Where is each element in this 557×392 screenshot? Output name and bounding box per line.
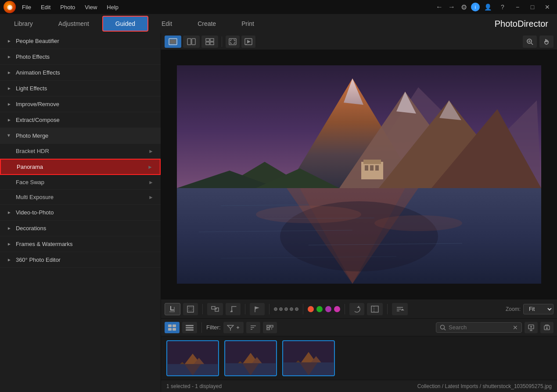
dot-3[interactable] [284, 307, 288, 311]
sidebar-item-decorations[interactable]: ► Decorations [0, 221, 161, 236]
sidebar-item-360-photo-editor[interactable]: ► 360° Photo Editor [0, 252, 161, 268]
svg-marker-63 [401, 309, 404, 310]
svg-line-13 [531, 43, 533, 45]
search-input[interactable] [449, 324, 510, 331]
sidebar-item-photo-effects[interactable]: ► Photo Effects [0, 49, 161, 65]
search-box: ✕ [436, 322, 522, 333]
tab-print[interactable]: Print [229, 17, 266, 31]
single-view-button[interactable] [165, 36, 181, 48]
svg-rect-78 [267, 325, 270, 327]
thumbnail-view-button[interactable] [165, 322, 180, 333]
settings-button[interactable]: ⚙ [459, 2, 469, 12]
menu-photo[interactable]: Photo [56, 2, 79, 12]
maximize-button[interactable]: □ [526, 1, 539, 13]
zoom-select[interactable]: Fit 25% 50% 75% 100% 150% 200% [523, 304, 553, 314]
sidebar-item-multi-exposure[interactable]: Multi Exposure ► [0, 190, 161, 205]
undo-button[interactable]: ← [434, 2, 445, 12]
svg-rect-4 [206, 39, 209, 41]
dot-4[interactable] [290, 307, 293, 311]
grid-view-button[interactable] [201, 36, 218, 48]
menu-file[interactable]: File [18, 2, 36, 12]
export-button[interactable] [540, 322, 553, 333]
crop-ratio-button[interactable] [367, 303, 383, 315]
compare-view-button[interactable] [183, 36, 200, 48]
svg-rect-8 [229, 39, 236, 45]
arrow-icon: ► [7, 70, 11, 75]
svg-rect-58 [371, 306, 378, 312]
tab-edit[interactable]: Edit [149, 17, 184, 31]
fullscreen-button[interactable] [226, 36, 240, 48]
close-button[interactable]: ✕ [541, 1, 553, 13]
group-dropdown[interactable] [263, 322, 277, 333]
sidebar-item-improve-remove[interactable]: ► Improve/Remove [0, 96, 161, 112]
arrow-icon: ► [7, 102, 11, 107]
sidebar-label: Face Swap [16, 179, 44, 185]
dot-2[interactable] [279, 307, 283, 311]
thumbnail-3[interactable] [282, 340, 335, 376]
tab-guided[interactable]: Guided [102, 16, 148, 32]
chevron-right-icon: ► [148, 179, 154, 185]
svg-rect-66 [168, 328, 172, 331]
sort-button[interactable] [392, 303, 408, 315]
flag-button[interactable] [250, 303, 265, 315]
app-title: PhotoDirector [495, 19, 555, 29]
sidebar-item-face-swap[interactable]: Face Swap ► [0, 175, 161, 190]
sort-dropdown[interactable] [246, 322, 260, 333]
tab-create[interactable]: Create [185, 17, 228, 31]
sidebar-item-panorama[interactable]: Panorama ► [0, 159, 161, 175]
hand-tool-button[interactable] [539, 36, 553, 48]
sidebar-item-video-to-photo[interactable]: ► Video-to-Photo [0, 205, 161, 221]
zoom-label: Zoom: [506, 306, 521, 312]
sidebar-item-photo-merge[interactable]: ► Photo Merge [0, 128, 161, 144]
sidebar-item-frames-watermarks[interactable]: ► Frames & Watermarks [0, 236, 161, 252]
dot-1[interactable] [274, 307, 277, 311]
zoom-area: Zoom: Fit 25% 50% 75% 100% 150% 200% [506, 304, 553, 314]
menu-view[interactable]: View [80, 2, 101, 12]
status-bar: 1 selected - 1 displayed Collection / La… [161, 380, 557, 392]
zoom-tool-button[interactable] [523, 36, 537, 48]
menu-edit[interactable]: Edit [36, 2, 55, 12]
arrow-icon: ► [7, 39, 11, 43]
svg-rect-79 [270, 325, 273, 327]
sidebar-item-bracket-hdr[interactable]: Bracket HDR ► [0, 144, 161, 159]
crop-button[interactable] [165, 303, 180, 315]
arrow-icon: ► [7, 86, 11, 91]
dot-5[interactable] [295, 307, 298, 311]
tab-adjustment[interactable]: Adjustment [46, 17, 101, 31]
color-label-purple[interactable] [325, 306, 331, 312]
thumbnail-2[interactable] [224, 340, 277, 376]
search-clear-button[interactable]: ✕ [513, 324, 518, 331]
help-button[interactable]: ? [496, 1, 509, 13]
toolbar-separator [201, 322, 202, 333]
menu-help[interactable]: Help [102, 2, 123, 12]
color-label-pink[interactable] [334, 306, 340, 312]
sidebar-item-extract-compose[interactable]: ► Extract/Compose [0, 112, 161, 128]
import-button[interactable] [525, 322, 538, 333]
sidebar-label: Extract/Compose [16, 117, 60, 123]
slideshow-button[interactable] [241, 36, 255, 48]
arrow-icon: ► [7, 226, 11, 231]
thumbnail-1[interactable] [166, 340, 219, 376]
sidebar-item-light-effects[interactable]: ► Light Effects [0, 81, 161, 96]
sidebar-item-animation-effects[interactable]: ► Animation Effects [0, 65, 161, 81]
svg-point-42 [256, 206, 361, 223]
account-button[interactable]: 👤 [482, 1, 494, 13]
redo-button[interactable]: → [446, 2, 457, 12]
update-button[interactable]: i [471, 3, 480, 11]
tab-library[interactable]: Library [2, 17, 45, 31]
sidebar-label: Multi Exposure [16, 194, 54, 200]
filter-dropdown[interactable] [223, 322, 244, 333]
list-view-button[interactable] [182, 322, 197, 333]
rotate-button[interactable] [349, 303, 364, 315]
svg-marker-55 [255, 306, 259, 309]
minimize-button[interactable]: − [511, 1, 524, 13]
svg-rect-68 [186, 325, 194, 326]
color-label-green[interactable] [316, 306, 323, 312]
window-controls: 👤 ? − □ ✕ [482, 1, 553, 13]
brush-button[interactable] [226, 303, 241, 315]
sidebar-item-people-beautifier[interactable]: ► People Beautifier [0, 33, 161, 49]
aspect-button[interactable] [183, 303, 198, 315]
filter-label: Filter: [206, 324, 221, 331]
color-label-red[interactable] [308, 306, 314, 312]
transform-button[interactable] [207, 303, 223, 315]
